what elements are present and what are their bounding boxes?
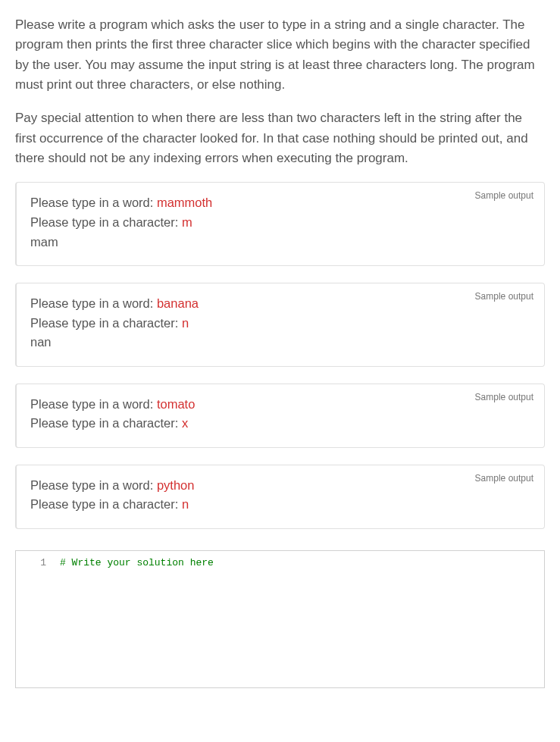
sample-line: Please type in a character: n (30, 495, 530, 515)
sample-output-value: mam (30, 233, 530, 252)
sample-line: Please type in a character: n (30, 314, 530, 333)
prompt-word: Please type in a word: (30, 196, 157, 209)
user-input-char: m (182, 215, 192, 229)
sample-line: Please type in a character: m (30, 213, 530, 233)
user-input-char: x (182, 416, 188, 430)
prompt-char: Please type in a character: (30, 316, 182, 330)
sample-output-label: Sample output (475, 190, 533, 201)
prompt-word: Please type in a word: (30, 296, 157, 310)
code-comment: # Write your solution here (60, 557, 214, 568)
user-input-word: banana (157, 296, 199, 310)
user-input-char: n (182, 497, 189, 511)
sample-output-label: Sample output (475, 291, 533, 302)
sample-line: Please type in a character: x (30, 414, 530, 434)
sample-output-value: nan (30, 333, 530, 352)
sample-line: Please type in a word: mammoth (30, 193, 530, 213)
sample-output-box: Sample output Please type in a word: tom… (15, 384, 545, 448)
prompt-word: Please type in a word: (30, 397, 157, 411)
sample-output-box: Sample output Please type in a word: ban… (15, 283, 545, 367)
prompt-char: Please type in a character: (30, 416, 182, 430)
line-number: 1 (16, 557, 46, 568)
user-input-char: n (182, 316, 189, 330)
sample-output-label: Sample output (475, 473, 533, 484)
prompt-word: Please type in a word: (30, 478, 157, 492)
code-editor[interactable]: 1 # Write your solution here (15, 550, 545, 688)
sample-line: Please type in a word: tomato (30, 395, 530, 415)
description-paragraph-2: Pay special attention to when there are … (15, 108, 545, 168)
sample-output-label: Sample output (475, 392, 533, 402)
editor-gutter: 1 (16, 551, 52, 687)
prompt-char: Please type in a character: (30, 497, 182, 511)
sample-output-box: Sample output Please type in a word: mam… (15, 182, 545, 266)
user-input-word: tomato (157, 397, 195, 411)
sample-line: Please type in a word: python (30, 476, 530, 496)
user-input-word: mammoth (157, 196, 212, 209)
user-input-word: python (157, 478, 195, 492)
prompt-char: Please type in a character: (30, 215, 182, 229)
editor-code-area[interactable]: # Write your solution here (52, 551, 544, 687)
description-paragraph-1: Please write a program which asks the us… (15, 15, 545, 95)
sample-output-box: Sample output Please type in a word: pyt… (15, 465, 545, 529)
sample-line: Please type in a word: banana (30, 294, 530, 314)
